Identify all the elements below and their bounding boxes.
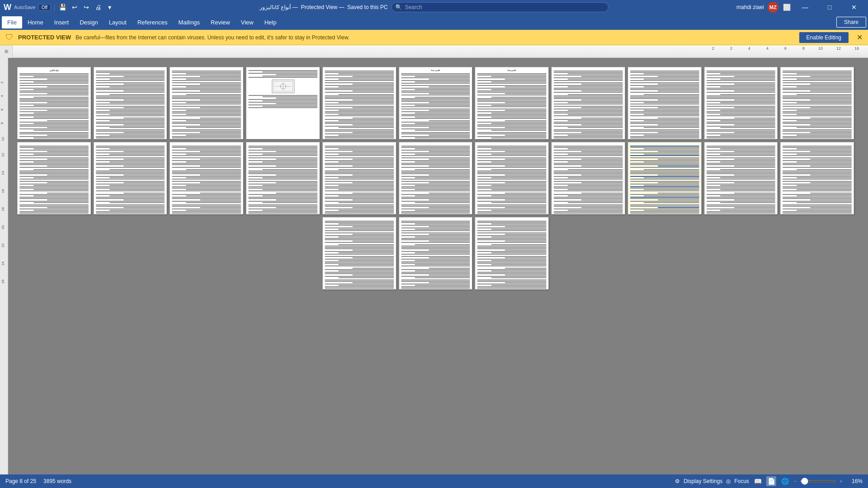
page-thumb-12[interactable] (17, 142, 91, 214)
page-info: Page 8 of 25 (5, 478, 36, 484)
print-layout-button[interactable]: 📄 (766, 476, 776, 486)
autosave-toggle[interactable]: Off (38, 4, 51, 11)
menu-item-references[interactable]: References (132, 16, 173, 28)
page-thumb-1[interactable]: انواع كاناليزور (17, 67, 91, 139)
zoom-plus-icon[interactable]: + (840, 479, 843, 484)
page-thumb-22[interactable] (780, 142, 854, 214)
protected-message: Be careful—files from the Internet can c… (76, 34, 795, 41)
zoom-slider[interactable] (800, 480, 836, 482)
enable-editing-button[interactable]: Enable Editing (799, 32, 849, 43)
grid-spacer-trail-1 (628, 217, 702, 289)
ruler-num-10: 10 (818, 46, 823, 51)
ruler-corner[interactable]: ⊞ (0, 45, 13, 58)
page-thumb-19[interactable] (551, 142, 625, 214)
menu-item-insert[interactable]: Insert (49, 16, 75, 28)
title-center: أنواع كاناليزور — Protected View — Saved… (260, 2, 608, 12)
page-thumb-23[interactable] (323, 217, 396, 289)
status-left: Page 8 of 25 3895 words (5, 478, 71, 484)
document-canvas[interactable]: انواع كاناليزوركالبندي هدفاكالبندي هدفا (8, 58, 868, 474)
v-ruler-num-16: 16 (1, 189, 5, 193)
zoom-level: 16% (846, 478, 863, 484)
page-thumb-14[interactable] (170, 142, 243, 214)
page-thumb-21[interactable] (704, 142, 778, 214)
menu-item-mailings[interactable]: Mailings (173, 16, 205, 28)
grid-spacer-trail-2 (704, 217, 778, 289)
close-protected-bar-icon[interactable]: ✕ (857, 33, 863, 42)
web-layout-button[interactable]: 🌐 (780, 476, 790, 486)
page-thumb-2[interactable] (94, 67, 167, 139)
v-ruler-num-8: 8 (0, 122, 4, 124)
ruler-num-4a: 4 (766, 46, 768, 51)
vertical-ruler: 2 4 6 8 10 12 14 16 18 20 22 24 26 (0, 58, 8, 474)
read-mode-button[interactable]: 📖 (753, 476, 763, 486)
page-thumb-7[interactable]: كالبندي هدفا (475, 67, 549, 139)
page-thumb-5[interactable] (323, 67, 396, 139)
ruler-num-4b: 4 (748, 46, 750, 51)
page-thumb-20[interactable] (628, 142, 702, 214)
page-thumb-4[interactable] (246, 67, 320, 139)
page-thumb-3[interactable] (170, 67, 243, 139)
redo-icon[interactable]: ↪ (82, 3, 91, 12)
search-box[interactable]: 🔍 (391, 2, 608, 12)
title-bar-right: mahdi ziaei MZ ⬜ — □ ✕ (736, 0, 864, 14)
page-thumb-16[interactable] (323, 142, 396, 214)
display-settings-label[interactable]: Display Settings (683, 478, 722, 484)
grid-spacer-trail-3 (780, 217, 854, 289)
page-thumb-13[interactable] (94, 142, 167, 214)
page-thumbnail-grid: انواع كاناليزوركالبندي هدفاكالبندي هدفا (17, 67, 854, 289)
page-thumb-9[interactable] (628, 67, 702, 139)
protected-label: PROTECTED VIEW (18, 34, 71, 41)
page-thumb-24[interactable] (399, 217, 473, 289)
ribbon-toggle-icon[interactable]: ⬜ (782, 3, 791, 12)
save-icon[interactable]: 💾 (58, 3, 67, 12)
user-avatar[interactable]: MZ (768, 2, 778, 13)
ruler-num-8: 8 (802, 46, 805, 51)
close-button[interactable]: ✕ (844, 0, 864, 14)
customize-icon[interactable]: ▾ (105, 3, 114, 12)
menu-item-design[interactable]: Design (74, 16, 103, 28)
status-right: ⚙ Display Settings ◎ Focus 📖 📄 🌐 − + 16% (675, 476, 863, 486)
zoom-minus-icon[interactable]: − (793, 479, 796, 484)
page-thumb-10[interactable] (704, 67, 778, 139)
minimize-button[interactable]: — (795, 0, 816, 14)
v-ruler-num-24: 24 (1, 261, 5, 265)
ruler-num-6: 6 (784, 46, 787, 51)
title-bar: W AutoSave Off 💾 ↩ ↪ 🖨 ▾ أنواع كاناليزور… (0, 0, 868, 14)
menu-item-help[interactable]: Help (259, 16, 282, 28)
page-thumb-18[interactable] (475, 142, 549, 214)
page-thumb-11[interactable] (780, 67, 854, 139)
protected-view-bar: 🛡 PROTECTED VIEW Be careful—files from t… (0, 30, 868, 45)
ruler-num-2a: 2 (730, 46, 732, 51)
horizontal-ruler: 16 12 10 8 6 4 4 2 2 (13, 45, 868, 57)
undo-icon[interactable]: ↩ (70, 3, 79, 12)
menu-item-layout[interactable]: Layout (104, 16, 132, 28)
v-ruler-num-20: 20 (1, 225, 5, 229)
ruler-num-16: 16 (854, 46, 859, 51)
page-thumb-25[interactable] (475, 217, 549, 289)
ruler-num-2b: 2 (712, 46, 714, 51)
print-icon[interactable]: 🖨 (94, 3, 103, 12)
menu-item-view[interactable]: View (235, 16, 259, 28)
page-thumb-15[interactable] (246, 142, 320, 214)
v-ruler-num-2: 2 (0, 81, 4, 83)
shield-icon: 🛡 (5, 33, 14, 42)
menu-item-home[interactable]: Home (22, 16, 49, 28)
v-ruler-num-12: 12 (1, 153, 5, 157)
maximize-button[interactable]: □ (819, 0, 840, 14)
page-thumb-6[interactable]: كالبندي هدفا (399, 67, 473, 139)
title-bar-left: W AutoSave Off 💾 ↩ ↪ 🖨 ▾ (4, 3, 114, 12)
autosave-label: AutoSave (14, 5, 36, 10)
share-button[interactable]: Share (836, 17, 866, 28)
focus-icon[interactable]: ◎ (726, 478, 730, 484)
grid-spacer-3 (246, 217, 320, 289)
menu-item-file[interactable]: File (2, 16, 22, 28)
doc-title: أنواع كاناليزور — Protected View — Saved… (260, 4, 388, 10)
menu-item-review[interactable]: Review (205, 16, 236, 28)
page-thumb-17[interactable] (399, 142, 473, 214)
search-input[interactable] (405, 4, 604, 10)
v-ruler-num-22: 22 (1, 243, 5, 247)
v-ruler-num-6: 6 (0, 109, 4, 110)
page-thumb-8[interactable] (551, 67, 625, 139)
display-settings-icon[interactable]: ⚙ (675, 478, 680, 484)
focus-label[interactable]: Focus (734, 478, 749, 484)
